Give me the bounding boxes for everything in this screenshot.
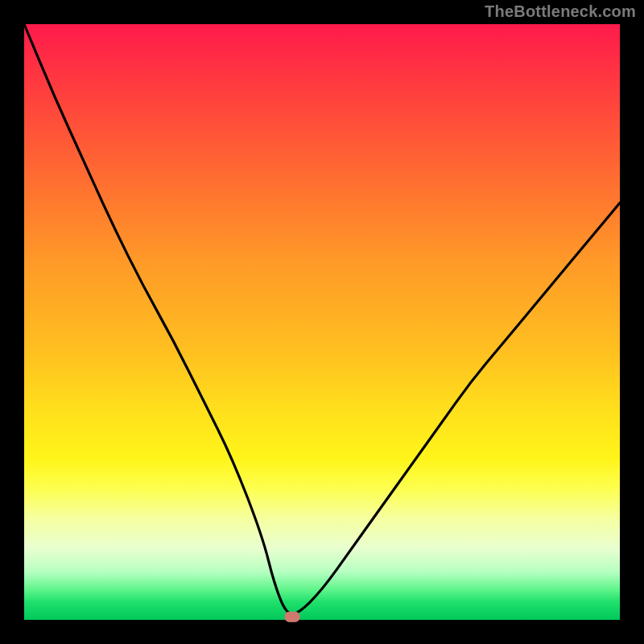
attribution-text: TheBottleneck.com <box>485 2 636 21</box>
min-marker <box>285 612 299 621</box>
plot-area <box>24 24 620 620</box>
curve-svg <box>24 24 620 620</box>
bottleneck-curve <box>24 24 620 614</box>
chart-frame: TheBottleneck.com <box>0 0 644 644</box>
